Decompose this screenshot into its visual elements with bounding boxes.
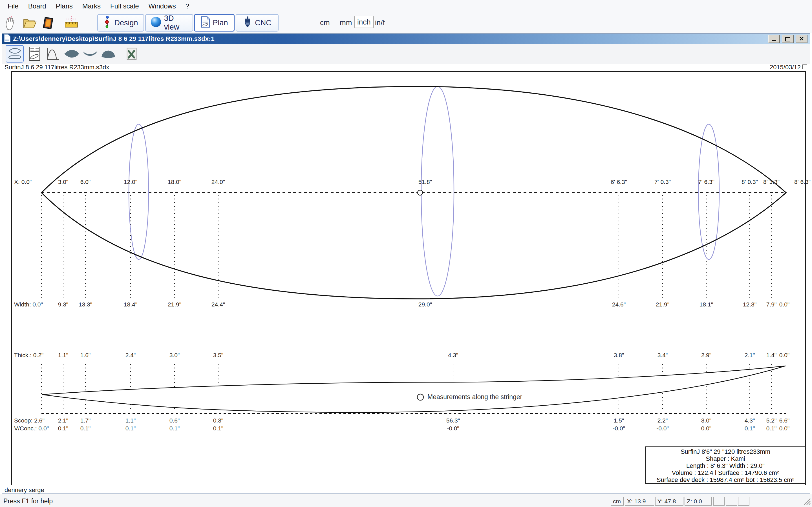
window-controls: ✕ xyxy=(768,35,808,43)
measure-scoop-value: 2.2" xyxy=(646,417,679,424)
measure-vconc-value: -0.0" xyxy=(602,425,636,432)
measure-x-value: 7' 6.3" xyxy=(689,179,723,185)
center-section-curve[interactable] xyxy=(421,87,454,296)
unit-inch[interactable]: inch xyxy=(354,16,373,28)
measure-width-value: 13.3" xyxy=(68,301,102,308)
measure-vconc-value: 0.0" xyxy=(767,425,801,432)
minimize-icon xyxy=(772,40,776,41)
plan-view-button[interactable]: Plan xyxy=(194,14,235,32)
measure-thick-value: 2.9" xyxy=(689,352,723,358)
excel-export-icon[interactable] xyxy=(122,45,140,62)
solid-rocker-icon[interactable] xyxy=(81,45,99,62)
measure-x-value: 51.8" xyxy=(408,179,442,185)
unit-in-f[interactable]: in/f xyxy=(375,16,385,29)
measure-width-value: 21.9" xyxy=(646,301,679,308)
outline-profile-view-icon[interactable] xyxy=(6,45,24,62)
stringer-center-marker[interactable] xyxy=(417,190,423,195)
resize-grip[interactable] xyxy=(803,497,811,506)
board-info-box: SurfinJ 8'6" 29 "120 litres233mm Shaper … xyxy=(645,446,806,484)
status-help-text: Press F1 for help xyxy=(3,497,53,505)
menu-bar: File Board Plans Marks Full scale Window… xyxy=(0,0,812,12)
measure-x-value: 7' 0.3" xyxy=(646,179,679,185)
document-icon xyxy=(4,34,11,44)
tail-section-curve[interactable] xyxy=(129,124,149,260)
unit-cm[interactable]: cm xyxy=(320,16,330,29)
info-shaper: Shaper : Kami xyxy=(646,455,805,462)
spec-sheet-icon[interactable] xyxy=(26,45,43,62)
cnc-button-label: CNC xyxy=(255,18,271,27)
solid-outline-icon[interactable] xyxy=(63,45,81,62)
measure-vconc-value: 0.1" xyxy=(158,425,192,432)
rocker-curve-icon[interactable] xyxy=(43,45,61,62)
measure-x-value: 6' 6.3" xyxy=(602,179,636,185)
menu-marks[interactable]: Marks xyxy=(78,0,105,12)
author-name: dennery serge xyxy=(4,487,44,494)
measure-vconc-value: 0.1" xyxy=(114,425,147,432)
status-unit: cm xyxy=(611,497,624,506)
measure-thick-value: 3.0" xyxy=(158,352,192,358)
measure-vconc-value: 0.1" xyxy=(68,425,102,432)
unit-mm[interactable]: mm xyxy=(340,16,352,29)
nose-section-curve[interactable] xyxy=(698,124,719,260)
maximize-icon xyxy=(785,37,790,41)
measure-vconc-value: 0.0" xyxy=(689,425,723,432)
measure-width-value: 18.4" xyxy=(114,301,147,308)
status-x-coordinate: X: 13.9 xyxy=(625,497,654,506)
measure-thick-value: 1.6" xyxy=(68,352,102,358)
measure-thick-value: 3.8" xyxy=(602,352,636,358)
measure-scoop-value: 0.3" xyxy=(201,417,235,424)
stringer-note-radio-icon[interactable] xyxy=(417,394,423,400)
minimize-button[interactable] xyxy=(768,35,780,43)
measure-width-value: 21.9" xyxy=(158,301,192,308)
design-view-button[interactable]: Design xyxy=(97,14,144,32)
plan-view-toolbar xyxy=(2,44,810,64)
menu-file[interactable]: File xyxy=(3,0,23,12)
3d-sphere-icon xyxy=(150,16,161,30)
status-empty-cell xyxy=(726,497,737,506)
measure-width-value: 18.1" xyxy=(689,301,723,308)
measure-width-value: 24.4" xyxy=(201,301,235,308)
board-profile-side[interactable] xyxy=(42,366,785,412)
window-title: Z:\Users\dennery\Desktop\SurfinJ 8 6 29 … xyxy=(13,35,214,43)
measure-x-value: 6.0" xyxy=(68,179,102,185)
close-button[interactable]: ✕ xyxy=(796,35,808,43)
measure-scoop-value: 0.6" xyxy=(158,417,192,424)
measure-thick-value: 4.3" xyxy=(436,352,470,358)
document-date: 2015/03/12 xyxy=(727,64,801,71)
design-nodes-icon xyxy=(103,15,112,31)
measure-ruler-icon[interactable] xyxy=(63,15,80,31)
menu-plans[interactable]: Plans xyxy=(51,0,78,12)
menu-full-scale[interactable]: Full scale xyxy=(105,0,144,12)
menu-board[interactable]: Board xyxy=(23,0,51,12)
status-empty-cell xyxy=(713,497,725,506)
date-marker-box[interactable] xyxy=(802,64,807,69)
menu-help[interactable]: ? xyxy=(181,0,194,12)
menu-windows[interactable]: Windows xyxy=(144,0,181,12)
open-file-icon[interactable] xyxy=(21,15,38,31)
window-title-bar[interactable]: Z:\Users\dennery\Desktop\SurfinJ 8 6 29 … xyxy=(2,34,810,44)
measure-scoop-value: 1.7" xyxy=(68,417,102,424)
measure-vconc-value: -0.0" xyxy=(646,425,679,432)
maximize-button[interactable] xyxy=(782,35,794,43)
measure-x-value: 8' 6.3" xyxy=(785,179,812,185)
app-window: File Board Plans Marks Full scale Window… xyxy=(0,0,812,507)
cnc-bit-icon xyxy=(243,16,252,30)
status-empty-cell xyxy=(738,497,749,506)
measure-vconc-value: 0.1" xyxy=(201,425,235,432)
measure-width-value: 29.0" xyxy=(408,301,442,308)
measure-scoop-value: 6.6" xyxy=(767,417,801,424)
main-toolbar: Design 3D view xyxy=(0,12,812,33)
measure-thick-value: 2.4" xyxy=(114,352,147,358)
info-volume-surface: Volume : 122.4 l Surface : 14790.6 cm² xyxy=(646,469,805,476)
info-dev-surface: Surface dev deck : 15987.4 cm² bot : 156… xyxy=(646,476,805,483)
plan-sheet-icon xyxy=(200,16,210,30)
solid-section-icon[interactable] xyxy=(99,45,117,62)
hand-tool-icon[interactable] xyxy=(2,15,18,31)
design-button-label: Design xyxy=(114,18,138,27)
status-bar: Press F1 for help cm X: 13.9 Y: 47.8 Z: … xyxy=(0,495,812,507)
measure-x-value: 24.0" xyxy=(201,179,235,185)
cnc-view-button[interactable]: CNC xyxy=(236,14,278,32)
3d-view-button[interactable]: 3D view xyxy=(145,14,193,32)
measure-scoop-value: 1.1" xyxy=(114,417,147,424)
save-file-icon[interactable] xyxy=(40,15,56,31)
